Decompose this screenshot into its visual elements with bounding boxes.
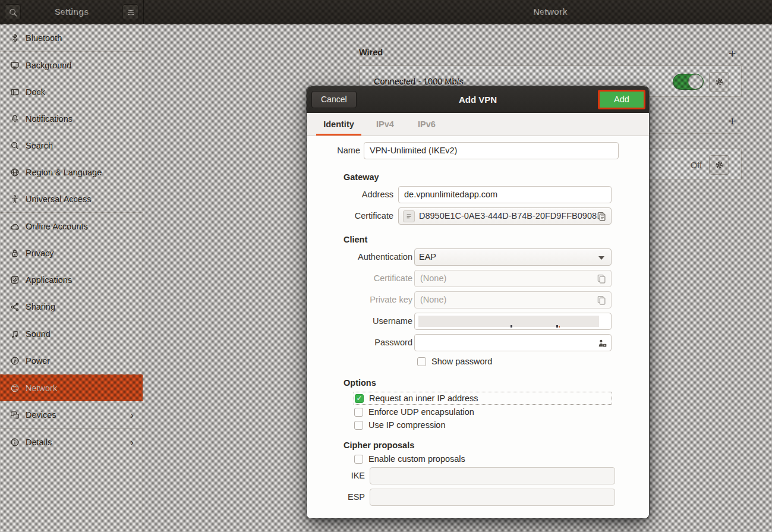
chevron-right-icon: › [130,436,134,448]
sidebar-item-label: Sharing [26,302,55,311]
private-key-value: (None) [420,295,446,304]
background-icon [10,61,20,70]
sidebar-item-dock[interactable]: Dock [0,78,143,105]
dialog-headerbar: Add VPN Cancel Add [307,86,649,113]
identity-tab-panel: Name VPN-Unlimited (IKEv2) Gateway Addre… [307,136,649,518]
address-label: Address [307,190,393,199]
sidebar-item-online-accounts[interactable]: Online Accounts [0,213,143,240]
sidebar-item-label: Privacy [26,248,54,258]
universal-access-icon [10,194,20,204]
enable-custom-proposals-label: Enable custom proposals [368,454,465,464]
esp-label: ESP [307,492,365,502]
sidebar-item-universal-access[interactable]: Universal Access [0,185,143,212]
sidebar-item-privacy[interactable]: Privacy [0,240,143,266]
client-certificate-chooser: (None) [414,270,612,287]
ike-label: IKE [307,471,365,480]
sidebar-item-label: Details [26,437,52,447]
add-button[interactable]: Add [598,90,645,109]
unchecked-checkbox[interactable] [354,408,363,417]
devices-icon [10,410,20,420]
name-input[interactable]: VPN-Unlimited (IKEv2) [364,142,619,159]
sidebar-item-label: Devices [26,410,56,420]
options-heading: Options [344,378,376,388]
search-icon [10,141,20,150]
sidebar-item-label: Region & Language [26,168,102,177]
name-label: Name [307,146,360,155]
gear-icon [714,77,724,87]
ike-input[interactable] [370,467,615,484]
sidebar-item-search[interactable]: Search [0,132,143,159]
username-input[interactable] [414,313,612,330]
sound-icon [10,329,20,339]
sidebar-item-details[interactable]: Details › [0,429,143,455]
gateway-certificate-chooser[interactable]: D8950E1C-0AE3-444D-B74B-20FD9FFB0908… [398,207,612,225]
option-enforce-udp[interactable]: Enforce UDP encapsulation [354,407,474,417]
sidebar-item-label: Notifications [26,114,73,124]
sidebar-headerbar: Settings [0,0,144,24]
show-password-checkbox[interactable] [417,357,426,366]
sidebar-item-label: Dock [26,87,45,97]
text-fragment [511,325,512,328]
settings-window: Settings Network Bluetooth Background Do… [0,0,772,532]
gear-icon [714,160,724,170]
sidebar-item-label: Network [26,383,57,393]
dock-icon [10,87,20,97]
settings-title: Settings [0,0,143,24]
sidebar-item-label: Bluetooth [26,33,62,43]
password-auth-icon[interactable] [597,338,607,348]
enable-custom-proposals-row[interactable]: Enable custom proposals [354,454,465,464]
text-fragment [559,326,560,328]
clipboard-icon [596,295,607,306]
proxy-settings-button[interactable] [709,155,729,175]
option-label: Enforce UDP encapsulation [368,407,474,417]
tab-ipv4[interactable]: IPv4 [367,113,403,136]
esp-input[interactable] [370,489,615,506]
address-input[interactable]: de.vpnunlimitedapp.com [398,186,612,203]
sidebar-item-background[interactable]: Background [0,52,143,78]
power-icon [10,356,20,366]
headerbar: Settings Network [0,0,772,25]
checked-checkbox[interactable] [355,394,364,403]
sidebar-item-network[interactable]: Network [0,374,143,401]
sidebar-item-region-language[interactable]: Region & Language [0,159,143,185]
sidebar-item-bluetooth[interactable]: Bluetooth [0,24,143,51]
sidebar-item-sharing[interactable]: Sharing [0,293,143,320]
gateway-certificate-value: D8950E1C-0AE3-444D-B74B-20FD9FFB0908… [419,208,606,224]
menu-button[interactable] [122,4,138,20]
region-language-icon [10,168,20,177]
add-vpn-button[interactable]: + [729,115,736,127]
sidebar-item-label: Search [26,141,53,150]
notifications-icon [10,114,20,124]
password-label: Password [307,338,412,347]
username-label: Username [307,316,412,326]
option-label: Use IP compression [368,420,445,430]
tab-identity[interactable]: Identity [316,113,361,136]
option-ip-compression[interactable]: Use IP compression [354,420,445,430]
unchecked-checkbox[interactable] [354,421,363,430]
applications-icon [10,275,20,285]
sidebar-item-notifications[interactable]: Notifications [0,105,143,132]
sidebar-item-label: Sound [26,329,51,339]
password-input[interactable] [414,334,612,351]
authentication-select[interactable]: EAP [414,248,612,266]
details-icon [10,437,20,447]
sidebar-item-label: Universal Access [26,194,91,204]
username-redaction-block [418,316,599,327]
sidebar-item-applications[interactable]: Applications [0,266,143,293]
wired-settings-button[interactable] [709,72,729,92]
private-key-label: Private key [307,295,412,304]
sidebar-item-devices[interactable]: Devices › [0,401,143,428]
cipher-proposals-heading: Cipher proposals [344,440,414,450]
sidebar-item-sound[interactable]: Sound [0,320,143,347]
tab-ipv6[interactable]: IPv6 [409,113,445,136]
cancel-button[interactable]: Cancel [311,91,357,108]
wired-toggle[interactable] [673,74,704,90]
sidebar-item-power[interactable]: Power [0,347,143,374]
option-request-inner-ip[interactable]: Request an inner IP address [354,392,612,405]
unchecked-checkbox[interactable] [354,455,363,464]
show-password-row[interactable]: Show password [417,357,492,366]
chevron-down-icon [598,256,604,260]
network-icon [10,383,20,393]
add-wired-button[interactable]: + [729,48,736,59]
text-fragment [556,325,558,328]
